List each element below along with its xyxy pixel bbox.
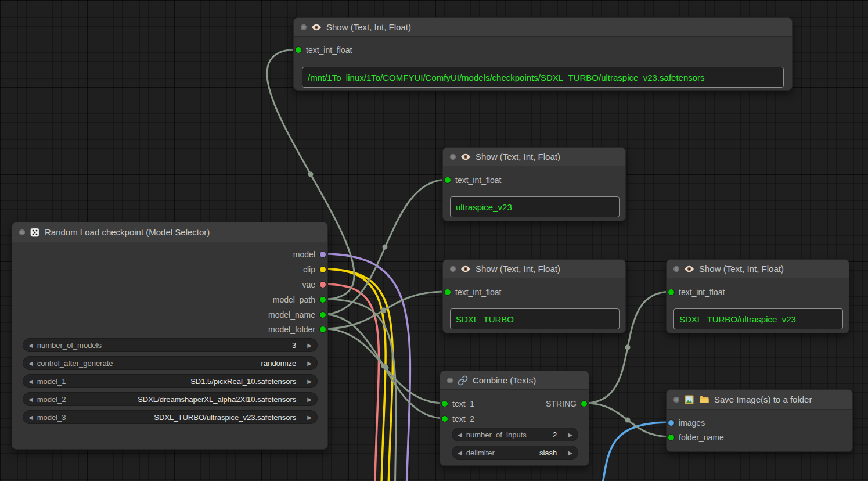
link-midpoint-dot bbox=[625, 345, 631, 350]
increment-arrow-icon[interactable]: ▶ bbox=[307, 378, 312, 385]
folder-icon bbox=[699, 394, 709, 405]
widget-number-of-models[interactable]: ◀ number_of_models 3 ▶ bbox=[23, 338, 318, 352]
input-port-text-int-float[interactable]: text_int_float bbox=[445, 174, 501, 186]
port-dot[interactable] bbox=[320, 252, 326, 257]
widget-control-after-generate[interactable]: ◀ control_after_generate randomize ▶ bbox=[23, 356, 318, 370]
node-random-load-checkpoint[interactable]: Random Load checkpoint (Model Selector) … bbox=[12, 222, 328, 450]
collapse-dot[interactable] bbox=[673, 266, 679, 272]
node-show-path[interactable]: Show (Text, Int, Float) text_int_float /… bbox=[293, 17, 793, 91]
node-header[interactable]: Show (Text, Int, Float) bbox=[294, 18, 792, 37]
output-port-model[interactable]: model bbox=[293, 249, 326, 260]
link-icon bbox=[458, 375, 468, 386]
input-port-text-1[interactable]: text_1 bbox=[442, 398, 474, 410]
output-port-model-name[interactable]: model_name bbox=[268, 309, 326, 321]
node-header[interactable]: Show (Text, Int, Float) bbox=[667, 260, 849, 278]
decrement-arrow-icon[interactable]: ◀ bbox=[28, 414, 33, 421]
text-display[interactable]: SDXL_TURBO/ultraspice_v23 bbox=[673, 308, 843, 329]
decrement-arrow-icon[interactable]: ◀ bbox=[28, 378, 33, 385]
port-dot[interactable] bbox=[442, 401, 448, 407]
node-graph-canvas[interactable]: Show (Text, Int, Float) text_int_float /… bbox=[0, 0, 868, 481]
widget-number-of-inputs[interactable]: ◀ number_of_inputs 2 ▶ bbox=[452, 428, 578, 441]
output-port-model-path[interactable]: model_path bbox=[273, 294, 326, 306]
collapse-dot[interactable] bbox=[301, 24, 307, 30]
input-port-text-int-float[interactable]: text_int_float bbox=[668, 286, 725, 298]
port-dot[interactable] bbox=[445, 177, 451, 183]
output-port-model-folder[interactable]: model_folder bbox=[268, 324, 326, 335]
port-label: images bbox=[679, 418, 705, 428]
widget-value: randomize bbox=[261, 359, 297, 368]
port-label: model_name bbox=[268, 310, 315, 320]
wire-model[interactable] bbox=[323, 254, 410, 481]
port-dot[interactable] bbox=[320, 282, 326, 288]
widget-label: delimiter bbox=[466, 448, 495, 457]
widget-value: 2 bbox=[553, 430, 557, 439]
text-display[interactable]: ultraspice_v23 bbox=[450, 196, 620, 217]
port-dot[interactable] bbox=[668, 289, 674, 295]
eye-icon bbox=[311, 22, 322, 33]
widget-model-3[interactable]: ◀ model_3 SDXL_TURBO/ultraspice_v23.safe… bbox=[23, 410, 318, 424]
decrement-arrow-icon[interactable]: ◀ bbox=[28, 342, 33, 349]
widget-model-1[interactable]: ◀ model_1 SD1.5/picxReal_10.safetensors … bbox=[23, 374, 318, 388]
widget-value: 3 bbox=[292, 341, 296, 350]
collapse-dot[interactable] bbox=[450, 266, 456, 272]
text-display[interactable]: SDXL_TURBO bbox=[450, 308, 620, 329]
widget-delimiter[interactable]: ◀ delimiter slash ▶ bbox=[452, 446, 578, 460]
port-label: text_int_float bbox=[679, 288, 725, 297]
node-save-image-to-folder[interactable]: Save Image(s) to a folder images folder_… bbox=[666, 389, 853, 452]
wire-images[interactable] bbox=[599, 422, 671, 481]
port-dot[interactable] bbox=[320, 267, 326, 272]
node-show-folder[interactable]: Show (Text, Int, Float) text_int_float S… bbox=[442, 259, 626, 333]
node-show-name[interactable]: Show (Text, Int, Float) text_int_float u… bbox=[442, 147, 626, 221]
widget-value: SDXL_TURBO/ultraspice_v23.safetensors bbox=[154, 413, 296, 422]
input-port-images[interactable]: images bbox=[668, 417, 705, 429]
decrement-arrow-icon[interactable]: ◀ bbox=[458, 450, 462, 456]
output-port-clip[interactable]: clip bbox=[303, 264, 326, 275]
link-midpoint-dot bbox=[384, 365, 389, 371]
collapse-dot[interactable] bbox=[450, 154, 456, 160]
collapse-dot[interactable] bbox=[447, 378, 453, 383]
port-dot[interactable] bbox=[668, 420, 674, 426]
node-header[interactable]: Random Load checkpoint (Model Selector) bbox=[12, 222, 327, 242]
increment-arrow-icon[interactable]: ▶ bbox=[307, 342, 312, 349]
text-display-value: SDXL_TURBO/ultraspice_v23 bbox=[679, 314, 796, 324]
port-dot[interactable] bbox=[442, 416, 448, 422]
port-dot[interactable] bbox=[320, 312, 326, 318]
port-dot[interactable] bbox=[445, 289, 451, 295]
link-midpoint-dot bbox=[381, 308, 387, 313]
collapse-dot[interactable] bbox=[19, 229, 25, 235]
increment-arrow-icon[interactable]: ▶ bbox=[307, 360, 312, 367]
output-port-string[interactable]: STRING bbox=[546, 398, 587, 410]
text-display-value: /mnt/1To_linux/1To/COMFYUI/ComfyUI/model… bbox=[308, 73, 705, 82]
increment-arrow-icon[interactable]: ▶ bbox=[307, 396, 312, 403]
increment-arrow-icon[interactable]: ▶ bbox=[568, 432, 572, 438]
port-dot[interactable] bbox=[581, 401, 587, 407]
text-display-value: SDXL_TURBO bbox=[456, 314, 514, 324]
input-port-folder-name[interactable]: folder_name bbox=[668, 432, 724, 443]
node-header[interactable]: Save Image(s) to a folder bbox=[667, 390, 852, 410]
widget-label: model_3 bbox=[37, 413, 66, 422]
decrement-arrow-icon[interactable]: ◀ bbox=[28, 396, 33, 403]
decrement-arrow-icon[interactable]: ◀ bbox=[458, 432, 462, 438]
port-dot[interactable] bbox=[320, 326, 326, 332]
port-dot[interactable] bbox=[296, 47, 301, 53]
output-port-vae[interactable]: vae bbox=[302, 279, 326, 290]
node-header[interactable]: Combine (Texts) bbox=[440, 371, 589, 390]
node-header[interactable]: Show (Text, Int, Float) bbox=[443, 148, 625, 166]
port-label: text_2 bbox=[452, 414, 474, 423]
node-header[interactable]: Show (Text, Int, Float) bbox=[443, 260, 625, 278]
port-dot[interactable] bbox=[668, 435, 674, 440]
text-display[interactable]: /mnt/1To_linux/1To/COMFYUI/ComfyUI/model… bbox=[302, 67, 784, 88]
eye-icon bbox=[684, 264, 694, 274]
input-port-text-int-float[interactable]: text_int_float bbox=[445, 286, 501, 298]
port-dot[interactable] bbox=[320, 297, 326, 303]
node-show-combined[interactable]: Show (Text, Int, Float) text_int_float S… bbox=[666, 259, 849, 333]
port-label: clip bbox=[303, 265, 315, 274]
collapse-dot[interactable] bbox=[673, 397, 679, 403]
input-port-text-int-float[interactable]: text_int_float bbox=[296, 44, 352, 56]
increment-arrow-icon[interactable]: ▶ bbox=[307, 414, 312, 421]
decrement-arrow-icon[interactable]: ◀ bbox=[28, 360, 33, 367]
increment-arrow-icon[interactable]: ▶ bbox=[568, 450, 572, 456]
node-combine-texts[interactable]: Combine (Texts) text_1 STRING text_2 ◀ n… bbox=[440, 371, 589, 466]
input-port-text-2[interactable]: text_2 bbox=[442, 413, 474, 425]
widget-model-2[interactable]: ◀ model_2 SDXL/dreamshaperXL_alpha2Xl10.… bbox=[23, 392, 318, 406]
